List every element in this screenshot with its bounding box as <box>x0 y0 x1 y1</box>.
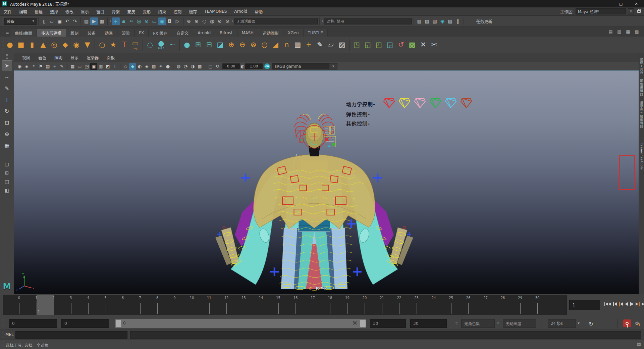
panel-menu-渲染器[interactable]: 渲染器 <box>83 53 103 62</box>
construction-history-icon[interactable]: ◌ <box>201 17 208 25</box>
panel-menu-视图[interactable]: 视图 <box>18 53 34 62</box>
step-forward-frame-button[interactable] <box>641 300 644 308</box>
menu-TEAMONES[interactable]: TEAMONES <box>201 7 230 15</box>
layout-four-pane[interactable]: ⊞ <box>3 169 11 177</box>
selection-lock-icon[interactable]: ◘ <box>166 17 174 25</box>
move-to-origin-icon[interactable]: ●0,0,0 <box>156 38 167 52</box>
menu-修改[interactable]: 修改 <box>62 7 77 15</box>
film-gate-icon[interactable]: ▭ <box>76 63 83 70</box>
animation-end-field[interactable]: 30 <box>410 319 447 328</box>
command-line-mode-label[interactable]: MEL <box>5 332 14 337</box>
snap-point-icon[interactable]: ◎ <box>135 17 143 25</box>
lattice-icon[interactable]: ▦ <box>292 38 303 52</box>
poly-cylinder-icon[interactable]: ▮ <box>26 38 38 52</box>
playback-end-field[interactable]: 30 <box>370 319 406 328</box>
grease-pencil-icon[interactable]: ✎ <box>58 63 65 70</box>
select-hierarchy-icon[interactable]: ▤ <box>83 17 90 25</box>
poly-plane-icon[interactable]: ◆ <box>60 38 71 52</box>
redo-icon[interactable]: ↷ <box>71 17 79 25</box>
go-to-start-button[interactable] <box>604 300 612 308</box>
grip-handle[interactable] <box>6 54 8 59</box>
render-current-frame-icon[interactable]: ▤ <box>423 17 431 25</box>
playback-start-field[interactable]: 0 <box>61 319 109 328</box>
poly-cone-icon[interactable]: ▲ <box>38 38 49 52</box>
cut-faces-icon[interactable]: ✂ <box>429 38 440 52</box>
menu-帮助[interactable]: 帮助 <box>251 7 266 15</box>
extrude-icon[interactable]: ◳ <box>351 38 362 52</box>
shelf-tab-TURTLE[interactable]: TURTLE <box>304 29 328 37</box>
wireframe-on-shaded-icon[interactable]: ◈ <box>143 63 150 70</box>
active-surface-field[interactable]: 无激活曲面 <box>234 18 318 24</box>
quad-draw-icon[interactable]: ▱ <box>325 38 336 52</box>
snap-move-icon[interactable]: + <box>112 17 120 25</box>
motion-blur-icon[interactable]: ◔ <box>182 63 189 70</box>
bridge-icon[interactable]: ∩ <box>281 38 292 52</box>
bookmark-view-icon[interactable]: ⚑ <box>37 63 44 70</box>
lasso-tool[interactable]: ~ <box>2 72 12 82</box>
layout-single-pane[interactable]: ▢ <box>3 160 11 168</box>
hud-icon[interactable]: T <box>111 63 118 70</box>
toggle-tool-settings-icon[interactable]: ▦ <box>625 29 631 35</box>
play-forwards-button[interactable] <box>630 300 634 308</box>
minimize-button[interactable]: ─ <box>598 0 613 7</box>
view-transform-dropdown[interactable]: sRGB gamma <box>272 63 329 69</box>
shelf-tab-雕刻[interactable]: 雕刻 <box>66 29 83 37</box>
select-camera-icon[interactable]: ◉ <box>16 63 23 70</box>
auto-keyframe-toggle[interactable] <box>623 319 631 327</box>
lock-camera-icon[interactable]: ◈ <box>23 63 30 70</box>
rgb-channel-icon[interactable]: ◩ <box>104 63 111 70</box>
shadows-icon[interactable]: ● <box>164 63 171 70</box>
close-button[interactable]: ✕ <box>629 0 644 7</box>
poly-disc-icon[interactable]: ◉ <box>71 38 82 52</box>
menu-创建[interactable]: 创建 <box>31 7 46 15</box>
shelf-tab-多边形建模[interactable]: 多边形建模 <box>37 29 66 37</box>
command-line-input[interactable] <box>15 331 127 339</box>
shelf-tab-Arnold[interactable]: Arnold <box>193 29 215 37</box>
cache-toggle-icon[interactable]: ◍ <box>208 17 216 25</box>
menu-窗口[interactable]: 窗口 <box>93 7 108 15</box>
menu-编辑[interactable]: 编辑 <box>15 7 31 15</box>
separate-icon[interactable]: ⊟ <box>204 38 215 52</box>
undo-icon[interactable]: ↶ <box>63 17 71 25</box>
ipr-render-icon[interactable]: ▧ <box>431 17 439 25</box>
tab-属性编辑器[interactable]: 属性编辑器 <box>639 79 644 96</box>
step-back-key-button[interactable] <box>618 300 624 308</box>
task-update-button[interactable]: 任务更新 <box>474 18 495 25</box>
sculpt-sphere-icon[interactable]: ○ <box>97 38 108 52</box>
crease-tool-icon[interactable]: ✕ <box>418 38 429 52</box>
boolean-union-icon[interactable]: ⊕ <box>226 38 237 52</box>
field-chart-icon[interactable]: ▥ <box>97 63 104 70</box>
menuset-dropdown[interactable]: 装备▼ <box>4 18 37 25</box>
menu-文件[interactable]: 文件 <box>0 7 15 15</box>
xray-icon[interactable]: ▨ <box>150 63 157 70</box>
snap-projected-icon[interactable]: ⊙ <box>143 17 151 25</box>
extract-icon[interactable]: ◪ <box>215 38 226 52</box>
record-icon[interactable]: ⊙ <box>224 17 231 25</box>
layout-outliner-persp[interactable]: ◧ <box>3 187 11 194</box>
poke-icon[interactable]: + <box>303 38 314 52</box>
panel-menu-着色[interactable]: 着色 <box>34 53 50 62</box>
menu-骨架[interactable]: 骨架 <box>108 7 123 15</box>
select-component-icon[interactable]: ▦ <box>98 17 106 25</box>
paint-tool[interactable]: ▦ <box>2 140 12 150</box>
exposure-icon[interactable]: ↻ <box>214 63 221 70</box>
snap-grid-icon[interactable]: ⊞ <box>120 17 127 25</box>
textured-icon[interactable]: ◐ <box>136 63 143 70</box>
menu-选择[interactable]: 选择 <box>46 7 62 15</box>
poly-pyramid-icon[interactable]: ▼ <box>82 38 93 52</box>
current-frame-field[interactable]: 1 <box>569 300 600 310</box>
grip-handle[interactable] <box>2 341 3 347</box>
star-primitive-icon[interactable]: ★ <box>108 38 119 52</box>
input-connections-icon[interactable]: ⊚ <box>185 17 193 25</box>
tab-teamonestools[interactable]: TeamonesTools <box>640 143 643 170</box>
contrast-field[interactable]: 1.00 <box>245 63 263 69</box>
poly-torus-icon[interactable]: ◎ <box>49 38 60 52</box>
grip-handle[interactable] <box>2 17 3 25</box>
no-history-icon[interactable]: ⊘ <box>216 17 224 25</box>
dof-icon[interactable]: ◑ <box>189 63 196 70</box>
menu-约束[interactable]: 约束 <box>154 7 170 15</box>
shelf-tab-XGen[interactable]: XGen <box>283 29 304 37</box>
scale-tool[interactable]: ⊡ <box>2 117 12 128</box>
new-scene-icon[interactable]: ▯ <box>40 17 48 25</box>
type-tool-icon[interactable]: T <box>119 38 130 52</box>
